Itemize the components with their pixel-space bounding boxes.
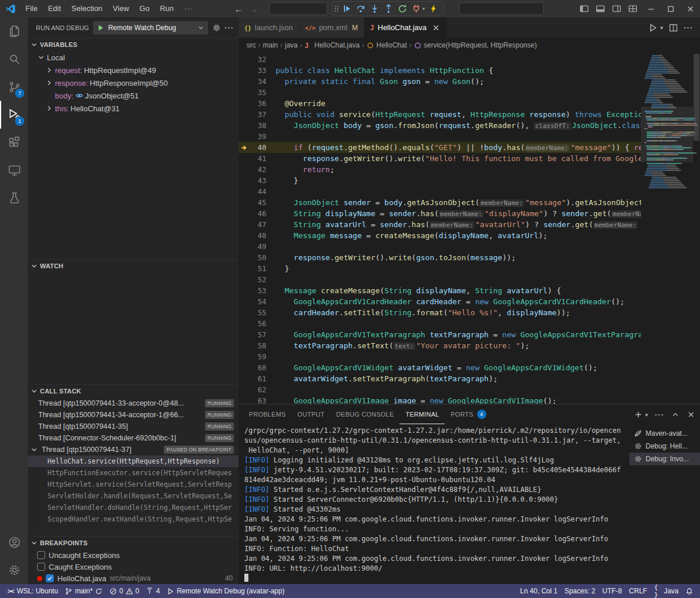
gutter-line-48[interactable]: 48 [239,230,276,241]
gutter-line-39[interactable]: 39 [239,131,276,142]
menu-run[interactable]: Run [155,0,179,17]
stack-frame[interactable]: ServletHolder.handle(Request,ServletRequ… [28,490,239,502]
code-line[interactable]: 41 response.getWriter().write("Hello! Th… [239,153,641,164]
gutter-line-53[interactable]: 53 [239,285,276,296]
gutter-line-47[interactable]: 47 [239,219,276,230]
status-notifications[interactable] [682,584,697,598]
call-stack-section-header[interactable]: CALL STACK [28,385,239,398]
stack-frame[interactable]: ServletHandler.doHandle(String,Request,H… [28,502,239,513]
step-into-button[interactable] [368,3,381,14]
code-line[interactable]: 44 [239,186,641,197]
code-line[interactable]: 45 JsonObject sender = body.getAsJsonObj… [239,197,641,208]
code-line[interactable]: 48 Message message = createMessage(displ… [239,230,641,241]
code-line[interactable]: 36 @Override [239,98,641,109]
step-over-button[interactable] [354,3,367,14]
nav-back-icon[interactable]: ← [231,4,246,14]
gutter-line-57[interactable]: 57 [239,329,276,340]
watch-section-header[interactable]: WATCH [28,260,239,272]
breadcrumb-item[interactable]: java [285,41,298,49]
breakpoint-checkbox[interactable] [37,563,45,571]
gutter-line-56[interactable]: 56 [239,318,276,329]
maximize-panel-icon[interactable] [671,410,680,419]
gutter-line-41[interactable]: 41 [239,153,276,164]
step-out-button[interactable] [382,3,395,14]
terminal-session-item[interactable]: Debug: Hell... [629,440,700,453]
gutter-line-46[interactable]: 46 [239,208,276,219]
menu-go[interactable]: Go [134,0,155,17]
gutter-line-61[interactable]: 61 [239,373,276,384]
code-line[interactable]: 59 [239,351,641,362]
code-line[interactable]: 52 [239,274,641,285]
terminal-output[interactable]: /grpc/grpc-context/1.27.2/grpc-context-1… [239,425,629,584]
panel-more-actions-icon[interactable]: ··· [655,410,664,419]
command-center-right[interactable] [459,2,544,15]
gutter-line-37[interactable]: 37 [239,109,276,120]
variable-row[interactable]: response:HttpResponseImpl@50 [28,76,239,89]
minimap[interactable] [641,53,693,404]
terminal-session-item[interactable]: Debug: Invo... [629,453,700,465]
menu-overflow[interactable]: ··· [179,0,199,17]
code-line[interactable]: 39 [239,131,641,142]
status-ports[interactable]: 4 [142,584,163,598]
thread-row[interactable]: Thread [qtp1500079441-35]RUNNING [28,421,239,432]
new-terminal-icon[interactable] [634,410,643,419]
code-line[interactable]: 57 GoogleAppsCardV1TextParagraph textPar… [239,329,641,340]
terminal-profile-chevron-icon[interactable]: ▾ [645,412,648,418]
code-line[interactable]: 60 GoogleAppsCardV1Widget avatarWidget =… [239,362,641,373]
activity-remote-explorer[interactable] [0,156,28,184]
run-java-icon[interactable] [648,23,658,32]
close-icon[interactable] [431,23,441,32]
minimize-button[interactable] [641,0,661,17]
code-line[interactable]: 35 [239,87,641,98]
code-line[interactable]: 46 String displayName = sender.has(membe… [239,208,641,219]
terminal-cursor-line[interactable] [244,574,629,584]
status-cursor-position[interactable]: Ln 40, Col 1 [516,584,561,598]
run-java-chevron-icon[interactable]: ▾ [660,25,663,31]
code-editor[interactable]: 3233public class HelloChat implements Ht… [239,53,700,404]
code-line[interactable]: 38 JsonObject body = gson.fromJson(reque… [239,120,641,131]
gutter-line-58[interactable]: 58 [239,340,276,351]
panel-tab-problems[interactable]: PROBLEMS [243,404,292,424]
close-button[interactable] [680,0,700,17]
stop-button[interactable] [410,3,423,14]
more-actions-icon[interactable]: ··· [684,23,693,32]
toggle-panel-button[interactable] [592,0,609,17]
code-line[interactable]: 40 if (request.getMethod().equals("GET")… [239,142,641,153]
debug-config-dropdown[interactable]: Remote Watch Debug [93,21,208,35]
code-line[interactable]: 56 [239,318,641,329]
breadcrumb-item[interactable]: HelloChat [367,41,407,49]
gutter-line-32[interactable]: 32 [239,54,276,65]
thread-row[interactable]: Thread [qtp1500079441-33-acceptor-0@48..… [28,398,239,409]
code-line[interactable]: 62 [239,384,641,395]
scrollbar-thumb[interactable] [694,54,699,141]
status-remote[interactable]: ><WSL: Ubuntu [3,584,61,598]
gutter-line-43[interactable]: 43 [239,175,276,186]
close-panel-icon[interactable] [687,410,695,419]
code-line[interactable]: 43 } [239,175,641,186]
gutter-line-51[interactable]: 51 [239,263,276,274]
gutter-line-63[interactable]: 63 [239,395,276,404]
terminal-session-item[interactable]: Maven-avat... [629,427,700,440]
thread-row[interactable]: Thread [Connector-Scheduler-6920b0bc-1]R… [28,432,239,444]
code-line[interactable]: 51 } [239,263,641,274]
gutter-line-40[interactable]: 40 [239,142,276,153]
variable-row[interactable]: request:HttpRequestImpl@49 [28,64,239,76]
breakpoint-row[interactable]: HelloChat.javasrc/main/java40 [28,573,239,584]
panel-tab-terminal[interactable]: TERMINAL [400,404,445,424]
code-line[interactable]: 33public class HelloChat implements Http… [239,65,641,76]
gutter-line-42[interactable]: 42 [239,164,276,175]
breadcrumb-item[interactable]: src [247,41,256,49]
status-eol[interactable]: CRLF [625,584,650,598]
code-line[interactable]: 53 Message createMessage(String displayN… [239,285,641,296]
code-line[interactable]: 58 textParagraph.setText(text:"Your avat… [239,340,641,351]
code-line[interactable]: 61 avatarWidget.setTextParagraph(textPar… [239,373,641,384]
status-branch[interactable]: main* [61,584,106,598]
lazy-eval-eye-icon[interactable] [75,92,83,100]
code-line[interactable]: 63 GoogleAppsCardV1Image image = new Goo… [239,395,641,404]
gear-icon[interactable] [212,23,221,32]
thread-row[interactable]: Thread [qtp1500079441-37]PAUSED ON BREAK… [28,444,239,455]
activity-testing[interactable] [0,184,28,212]
command-center-left[interactable] [269,2,327,15]
continue-button[interactable] [340,3,353,14]
tab-HelloChat-java[interactable]: JHelloChat.java [364,17,447,38]
